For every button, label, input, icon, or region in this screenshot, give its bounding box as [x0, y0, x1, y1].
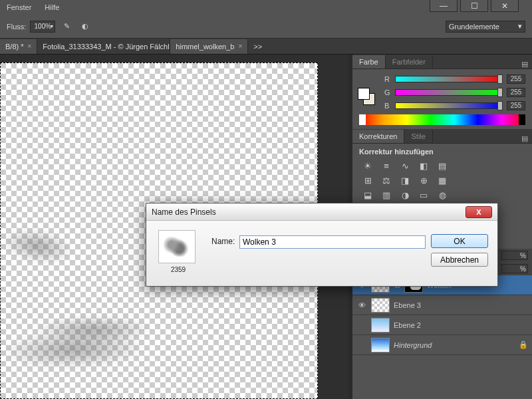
brush-name-dialog: Name des Pinsels X 2359 Name: OK Abbrech…	[146, 203, 498, 287]
name-label: Name:	[211, 237, 235, 246]
cancel-button[interactable]: Abbrechen	[431, 253, 488, 267]
dialog-titlebar[interactable]: Name des Pinsels X	[146, 203, 497, 221]
dialog-overlay: Name des Pinsels X 2359 Name: OK Abbrech…	[0, 0, 532, 399]
brush-name-input[interactable]	[239, 235, 426, 249]
dialog-body: 2359 Name: OK Abbrechen	[146, 221, 497, 286]
dialog-title: Name des Pinsels	[152, 207, 216, 217]
brush-preview: 2359	[158, 230, 198, 277]
ok-button[interactable]: OK	[431, 234, 488, 248]
brush-size-label: 2359	[158, 266, 198, 273]
dialog-close-button[interactable]: X	[466, 206, 492, 218]
brush-preview-image	[158, 230, 196, 263]
